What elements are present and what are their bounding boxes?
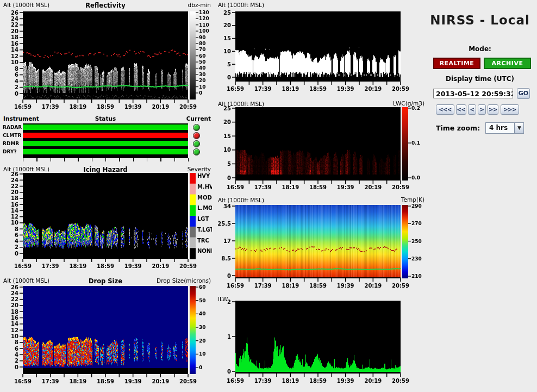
- cloud-mask-alt-axis-label: Alt (1000ft MSL): [218, 2, 264, 8]
- temp-colorbar-label: Temp(K): [348, 196, 424, 203]
- status-led-radar: [193, 124, 200, 131]
- nirss-display: Alt (1000ft MSL) Reflectivity dbz-min Al…: [0, 0, 537, 392]
- reflectivity-colorbar-label: dbz-min: [166, 2, 211, 8]
- status-time-ticks: [23, 158, 189, 161]
- nav-step-back-button[interactable]: <: [468, 104, 476, 115]
- status-header-current: Current: [166, 115, 211, 122]
- lwc-heatmap: [215, 99, 427, 196]
- status-bar-clmtr: [23, 133, 188, 138]
- realtime-button[interactable]: REALTIME: [433, 58, 480, 69]
- cloud-mask-heatmap: [215, 0, 427, 94]
- status-header-status: Status: [23, 115, 188, 122]
- drop-size-colorbar-label: Drop Size(microns): [130, 277, 211, 284]
- status-bar-rdmr: [23, 141, 188, 146]
- lwc-alt-axis-label: Alt (1000ft MSL): [218, 101, 264, 107]
- temp-alt-axis-label: Alt (1000ft MSL): [218, 197, 264, 203]
- time-zoom-select[interactable]: 4 hrs: [485, 122, 515, 134]
- severity-legend-title: Severity: [166, 166, 211, 172]
- drop-size-heatmap: [0, 276, 212, 392]
- app-title: NIRSS - Local: [424, 13, 536, 27]
- icing-hazard-heatmap: [0, 165, 212, 276]
- ilw-axis-label: ILW: [218, 296, 228, 302]
- icing-hazard-title: Icing Hazard: [23, 166, 188, 173]
- temperature-heatmap: [215, 196, 427, 294]
- nav-forward-button[interactable]: >>: [488, 104, 498, 115]
- status-row-label-dry: DRY?: [3, 149, 17, 154]
- time-zoom-label: Time zoom:: [436, 124, 480, 132]
- lwc-colorbar-label: LWC(g/m3): [348, 100, 424, 107]
- status-row-label-radar: RADAR: [3, 125, 22, 130]
- status-led-clmtr: [193, 132, 200, 139]
- display-time-label: Display time (UTC): [424, 75, 536, 83]
- nav-step-forward-button[interactable]: >: [478, 104, 486, 115]
- status-row-label-clmtr: CLMTR: [3, 133, 21, 138]
- nav-rewind-button[interactable]: <<: [456, 104, 466, 115]
- nav-forward-fast-button[interactable]: >>>: [501, 104, 519, 115]
- reflectivity-heatmap: [0, 0, 212, 114]
- status-led-dry: [193, 148, 200, 155]
- status-row-label-rdmr: RDMR: [3, 141, 19, 146]
- archive-button[interactable]: ARCHIVE: [484, 58, 531, 69]
- status-led-rdmr: [193, 140, 200, 147]
- status-bar-dry: [23, 149, 188, 154]
- status-bar-radar: [23, 125, 188, 130]
- nav-rewind-fast-button[interactable]: <<<: [436, 104, 454, 115]
- ilw-area-chart: [215, 294, 427, 392]
- display-time-input[interactable]: [433, 89, 513, 98]
- go-button[interactable]: GO: [517, 88, 530, 99]
- dropdown-arrow-icon[interactable]: ▼: [515, 122, 524, 134]
- reflectivity-title: Reflectivity: [23, 2, 188, 9]
- mode-label: Mode:: [424, 45, 536, 53]
